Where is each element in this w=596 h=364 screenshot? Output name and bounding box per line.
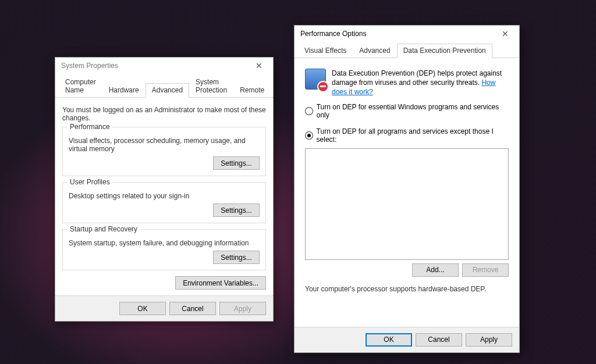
performance-options-window: Performance Options ✕ Visual Effects Adv… [294,25,520,353]
dialog-body: Data Execution Prevention (DEP) helps pr… [295,58,519,327]
environment-variables-button[interactable]: Environment Variables... [175,276,266,290]
titlebar[interactable]: Performance Options ✕ [295,26,519,42]
radio-dep-essential-label: Turn on DEP for essential Windows progra… [317,103,509,119]
desktop-background: System Properties ✕ Computer Name Hardwa… [0,0,596,364]
cancel-button[interactable]: Cancel [416,333,462,347]
dep-header: Data Execution Prevention (DEP) helps pr… [305,69,509,97]
dep-intro: Data Execution Prevention (DEP) helps pr… [332,69,502,87]
window-title: System Properties [61,62,247,70]
tab-advanced[interactable]: Advanced [146,83,189,98]
radio-dep-all[interactable]: Turn on DEP for all programs and service… [305,127,509,144]
dialog-footer: OK Cancel Apply [295,327,519,352]
window-title: Performance Options [300,30,494,38]
radio-icon [305,131,313,140]
tab-dep[interactable]: Data Execution Prevention [397,44,492,58]
tab-remote[interactable]: Remote [233,83,271,97]
add-button[interactable]: Add... [412,263,459,277]
admin-note: You must be logged on as an Administrato… [62,106,266,122]
system-properties-window: System Properties ✕ Computer Name Hardwa… [55,57,274,322]
group-user-profiles-desc: Desktop settings related to your sign-in [69,192,260,200]
group-startup-desc: System startup, system failure, and debu… [69,239,260,247]
radio-dep-essential[interactable]: Turn on DEP for essential Windows progra… [305,103,509,119]
group-user-profiles-legend: User Profiles [68,178,112,186]
remove-button[interactable]: Remove [462,263,509,277]
close-icon: ✕ [256,61,262,70]
group-startup-recovery: Startup and Recovery System startup, sys… [62,229,266,270]
dep-support-note: Your computer's processor supports hardw… [305,285,509,293]
startup-settings-button[interactable]: Settings... [213,251,260,264]
tab-advanced[interactable]: Advanced [353,44,396,58]
dep-exception-list[interactable] [305,148,509,260]
close-icon: ✕ [502,29,509,38]
close-button[interactable]: ✕ [247,59,271,72]
tab-system-protection[interactable]: System Protection [189,75,233,97]
dialog-body: You must be logged on as an Administrato… [55,98,273,295]
apply-button[interactable]: Apply [219,302,266,315]
radio-dep-all-label: Turn on DEP for all programs and service… [317,127,509,144]
group-performance: Performance Visual effects, processor sc… [62,127,266,176]
close-button[interactable]: ✕ [494,27,517,40]
apply-button[interactable]: Apply [466,333,512,347]
cancel-button[interactable]: Cancel [169,302,216,315]
tab-hardware[interactable]: Hardware [102,83,146,97]
group-performance-legend: Performance [68,123,112,131]
ok-button[interactable]: OK [119,302,166,315]
titlebar[interactable]: System Properties ✕ [55,58,273,74]
group-user-profiles: User Profiles Desktop settings related t… [62,182,266,223]
ok-button[interactable]: OK [366,333,412,347]
tabstrip: Visual Effects Advanced Data Execution P… [295,42,519,58]
tab-computer-name[interactable]: Computer Name [59,75,102,97]
dep-intro-text: Data Execution Prevention (DEP) helps pr… [332,69,509,97]
group-performance-desc: Visual effects, processor scheduling, me… [69,137,260,153]
performance-settings-button[interactable]: Settings... [213,156,260,170]
tabstrip: Computer Name Hardware Advanced System P… [55,74,273,98]
user-profiles-settings-button[interactable]: Settings... [213,204,260,217]
tab-visual-effects[interactable]: Visual Effects [298,44,353,58]
dep-shield-icon [305,69,327,91]
group-startup-legend: Startup and Recovery [68,225,140,233]
dialog-footer: OK Cancel Apply [55,295,273,321]
radio-icon [305,107,313,115]
